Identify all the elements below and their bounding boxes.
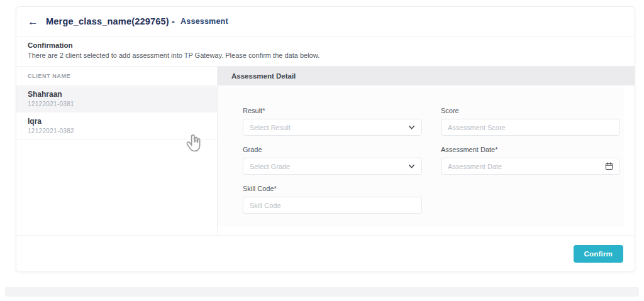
- chevron-down-icon: [408, 163, 415, 170]
- back-arrow-icon[interactable]: ←: [28, 16, 38, 27]
- score-field-box: [441, 119, 620, 136]
- confirmation-heading: Confirmation: [28, 41, 623, 49]
- content-area: CLIENT NAME Shahraan 12122021-0381 Iqra …: [16, 67, 635, 235]
- grade-placeholder: Select Grade: [250, 163, 408, 170]
- score-label: Score: [441, 107, 620, 114]
- next-section-strip: [5, 287, 639, 297]
- client-id: 12122021-0382: [28, 128, 206, 134]
- assessment-date-label: Assessment Date*: [441, 146, 620, 153]
- page-section-label: Assessment: [180, 17, 228, 26]
- assessment-date-input[interactable]: [448, 163, 605, 170]
- client-id: 12122021-0381: [28, 101, 206, 107]
- calendar-icon[interactable]: [605, 162, 613, 170]
- score-field-group: Score: [441, 107, 620, 136]
- client-row-shahraan[interactable]: Shahraan 12122021-0381: [16, 85, 217, 112]
- assessment-card: ← Merge_class_name(229765) - Assessment …: [16, 6, 635, 272]
- confirm-button[interactable]: Confirm: [574, 245, 623, 263]
- assessment-form: Result* Select Result Score: [218, 85, 623, 225]
- result-label: Result*: [243, 107, 422, 114]
- score-input[interactable]: [448, 124, 613, 131]
- assessment-detail-header: Assessment Detail: [218, 67, 635, 85]
- grade-field-group: Grade Select Grade: [243, 146, 422, 175]
- client-row-iqra[interactable]: Iqra 12122021-0382: [16, 112, 217, 140]
- grade-select[interactable]: Select Grade: [243, 158, 422, 175]
- result-placeholder: Select Result: [250, 124, 408, 131]
- card-header: ← Merge_class_name(229765) - Assessment: [16, 7, 635, 36]
- skill-code-field-group: Skill Code*: [243, 185, 422, 214]
- page-title: Merge_class_name(229765) -: [46, 16, 175, 26]
- client-panel: CLIENT NAME Shahraan 12122021-0381 Iqra …: [16, 67, 218, 235]
- assessment-date-field-group: Assessment Date*: [441, 146, 620, 175]
- confirmation-message: There are 2 client selected to add asses…: [28, 52, 623, 59]
- client-name: Shahraan: [28, 90, 206, 99]
- client-name-column-header: CLIENT NAME: [16, 67, 217, 85]
- result-select[interactable]: Select Result: [243, 119, 422, 136]
- chevron-down-icon: [408, 124, 415, 131]
- grade-label: Grade: [243, 146, 422, 153]
- client-name: Iqra: [28, 117, 206, 126]
- skill-code-label: Skill Code*: [243, 185, 422, 192]
- result-field-group: Result* Select Result: [243, 107, 422, 136]
- confirmation-section: Confirmation There are 2 client selected…: [16, 36, 635, 67]
- assessment-panel: Assessment Detail Result* Select Result: [218, 67, 635, 235]
- assessment-date-field-box: [441, 158, 620, 175]
- card-footer: Confirm: [16, 235, 635, 271]
- skill-code-field-box: [243, 197, 422, 214]
- skill-code-input[interactable]: [250, 202, 415, 209]
